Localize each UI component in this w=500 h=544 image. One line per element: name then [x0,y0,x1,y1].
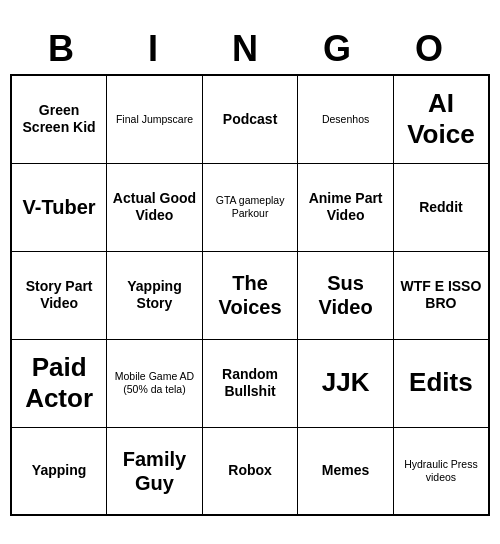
cell-4-1: Family Guy [107,427,203,515]
cell-3-4: Edits [393,339,489,427]
bingo-container: B I N G O Green Screen KidFinal Jumpscar… [10,28,490,516]
bingo-grid: Green Screen KidFinal JumpscarePodcastDe… [10,74,490,516]
bingo-title: B I N G O [10,28,490,70]
cell-3-3: JJK [298,339,393,427]
cell-0-2: Podcast [202,75,298,163]
title-n: N [210,28,290,70]
cell-1-2: GTA gameplay Parkour [202,163,298,251]
cell-1-1: Actual Good Video [107,163,203,251]
cell-1-0: V-Tuber [11,163,107,251]
cell-0-3: Desenhos [298,75,393,163]
cell-3-1: Mobile Game AD (50% da tela) [107,339,203,427]
cell-4-3: Memes [298,427,393,515]
cell-0-0: Green Screen Kid [11,75,107,163]
cell-2-2: The Voices [202,251,298,339]
title-g: G [302,28,382,70]
cell-1-4: Reddit [393,163,489,251]
cell-2-4: WTF E ISSO BRO [393,251,489,339]
cell-4-2: Robox [202,427,298,515]
cell-0-4: AI Voice [393,75,489,163]
cell-4-0: Yapping [11,427,107,515]
title-o: O [394,28,474,70]
cell-4-4: Hydraulic Press videos [393,427,489,515]
cell-3-2: Random Bullshit [202,339,298,427]
cell-1-3: Anime Part Video [298,163,393,251]
title-b: B [26,28,106,70]
cell-0-1: Final Jumpscare [107,75,203,163]
cell-2-0: Story Part Video [11,251,107,339]
cell-3-0: Paid Actor [11,339,107,427]
cell-2-1: Yapping Story [107,251,203,339]
title-i: I [118,28,198,70]
cell-2-3: Sus Video [298,251,393,339]
